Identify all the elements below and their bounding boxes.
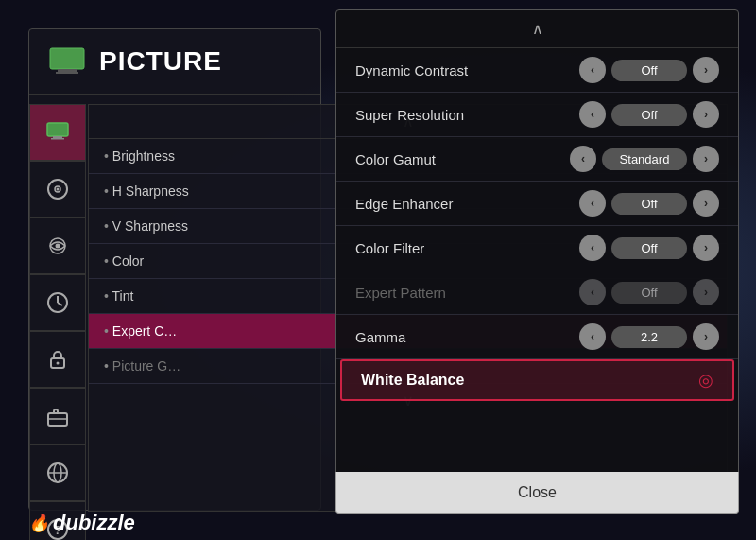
svg-point-15 [57, 362, 60, 365]
svg-rect-1 [58, 69, 77, 72]
setting-row-color-gamut[interactable]: Color Gamut ‹ Standard › [336, 137, 738, 182]
setting-row-color-filter[interactable]: Color Filter ‹ Off › [336, 226, 738, 270]
dynamic-contrast-prev[interactable]: ‹ [579, 57, 606, 83]
dynamic-contrast-label: Dynamic Contrast [355, 62, 579, 78]
sidebar-icon-satellite[interactable] [29, 218, 86, 274]
svg-point-10 [56, 244, 60, 249]
color-gamut-label: Color Gamut [355, 151, 570, 167]
sidebar-icon-lock[interactable] [29, 331, 86, 388]
color-gamut-control: ‹ Standard › [570, 146, 719, 172]
white-balance-radio-icon: ◎ [698, 370, 713, 391]
sidebar-icon-clock[interactable] [29, 274, 86, 331]
dynamic-contrast-control: ‹ Off › [579, 57, 719, 83]
super-resolution-label: Super Resolution [355, 107, 579, 123]
close-bar[interactable]: Close [335, 472, 739, 514]
gamma-next[interactable]: › [693, 323, 719, 350]
lock-icon [44, 346, 71, 373]
expert-pattern-control: ‹ Off › [579, 279, 719, 305]
disc-icon [44, 176, 71, 202]
sidebar-icon-globe[interactable] [29, 444, 86, 501]
svg-point-8 [57, 188, 60, 191]
right-panel-chevron-up[interactable]: ∧ [336, 10, 738, 48]
dubizzle-watermark: 🔥 dubizzle [28, 511, 135, 535]
edge-enhancer-prev[interactable]: ‹ [579, 190, 606, 217]
super-resolution-next[interactable]: › [693, 101, 719, 128]
dynamic-contrast-value: Off [611, 60, 687, 81]
expert-pattern-next: › [693, 279, 719, 305]
right-panel: ∧ Dynamic Contrast ‹ Off › Super Resolut… [335, 9, 739, 514]
super-resolution-prev[interactable]: ‹ [579, 101, 606, 128]
svg-rect-4 [53, 136, 62, 138]
svg-rect-3 [47, 123, 68, 136]
picture-title: PICTURE [99, 46, 222, 77]
white-balance-control: ◎ [698, 370, 713, 391]
gamma-prev[interactable]: ‹ [579, 323, 606, 350]
setting-row-expert-pattern: Expert Pattern ‹ Off › [336, 270, 738, 315]
expert-pattern-prev: ‹ [579, 279, 606, 305]
right-chevron-up-icon: ∧ [532, 20, 543, 38]
super-resolution-value: Off [611, 104, 687, 126]
color-gamut-prev[interactable]: ‹ [570, 146, 596, 172]
briefcase-icon [44, 403, 71, 429]
setting-row-super-resolution[interactable]: Super Resolution ‹ Off › [336, 93, 738, 137]
expert-pattern-value: Off [611, 282, 687, 304]
expert-pattern-label: Expert Pattern [355, 285, 579, 301]
right-panel-content: Dynamic Contrast ‹ Off › Super Resolutio… [336, 48, 738, 479]
svg-rect-5 [51, 138, 64, 140]
color-gamut-value: Standard [602, 148, 687, 170]
setting-row-dynamic-contrast[interactable]: Dynamic Contrast ‹ Off › [336, 48, 738, 93]
close-label: Close [518, 484, 557, 501]
picture-header: PICTURE [29, 29, 320, 95]
super-resolution-control: ‹ Off › [579, 101, 719, 128]
color-filter-prev[interactable]: ‹ [579, 235, 606, 261]
color-filter-control: ‹ Off › [579, 235, 719, 261]
gamma-label: Gamma [355, 329, 579, 345]
edge-enhancer-next[interactable]: › [693, 190, 719, 217]
sidebar-icon-monitor[interactable] [29, 104, 86, 161]
satellite-icon [44, 233, 71, 259]
color-gamut-next[interactable]: › [693, 146, 719, 172]
sidebar-icon-briefcase[interactable] [29, 388, 86, 444]
gamma-control: ‹ 2.2 › [579, 323, 719, 350]
color-filter-next[interactable]: › [693, 235, 719, 261]
color-filter-value: Off [611, 237, 687, 259]
edge-enhancer-control: ‹ Off › [579, 190, 719, 217]
clock-icon [44, 289, 71, 316]
setting-row-white-balance[interactable]: White Balance ◎ [340, 359, 734, 401]
sidebar-icon-disc[interactable] [29, 161, 86, 218]
flame-icon: 🔥 [28, 513, 49, 533]
globe-icon [44, 460, 71, 486]
monitor-small-icon [44, 119, 71, 146]
setting-row-gamma[interactable]: Gamma ‹ 2.2 › [336, 315, 738, 359]
color-filter-label: Color Filter [355, 240, 579, 256]
white-balance-label: White Balance [361, 372, 698, 389]
setting-row-edge-enhancer[interactable]: Edge Enhancer ‹ Off › [336, 182, 738, 226]
svg-rect-0 [50, 48, 84, 69]
sidebar-icons: ? [28, 104, 87, 540]
svg-rect-2 [56, 72, 78, 74]
edge-enhancer-value: Off [611, 193, 687, 215]
gamma-value: 2.2 [611, 326, 687, 348]
dynamic-contrast-next[interactable]: › [693, 57, 719, 83]
svg-line-13 [58, 303, 62, 305]
edge-enhancer-label: Edge Enhancer [355, 196, 579, 212]
monitor-icon [48, 46, 86, 77]
dubizzle-text: dubizzle [53, 511, 135, 535]
